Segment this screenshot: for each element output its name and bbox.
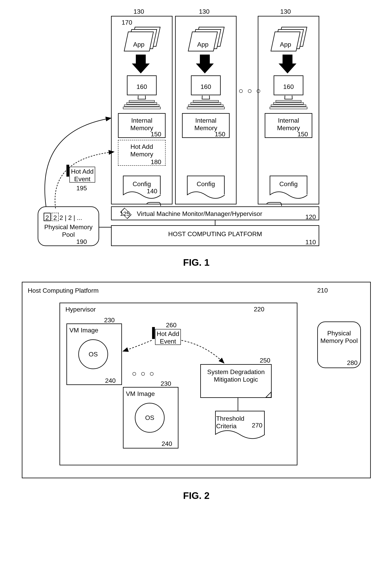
vm-ref: 130 bbox=[131, 8, 147, 15]
ellipsis-icon: ○○○ bbox=[238, 86, 265, 95]
threshold-ref: 270 bbox=[252, 422, 262, 429]
pool-block-rest: 2 | 2 | ... bbox=[59, 214, 93, 222]
vm-image-label: VM Image bbox=[69, 327, 119, 334]
hot-add-event-ref: 260 bbox=[166, 321, 177, 329]
hypervisor-label: Virtual Machine Monitor/Manager/Hypervis… bbox=[137, 210, 299, 218]
app-label: App bbox=[127, 41, 151, 48]
vm-image-ref: 230 bbox=[161, 380, 171, 387]
logic-label: System Degradation Mitigation Logic bbox=[202, 368, 270, 383]
config-label: Config bbox=[270, 180, 307, 188]
config-ref: 140 bbox=[147, 187, 157, 195]
computer-ref: 160 bbox=[275, 83, 302, 91]
pool-ref: 280 bbox=[347, 359, 358, 366]
event-tab-icon bbox=[67, 165, 69, 177]
os-ref: 240 bbox=[105, 377, 116, 384]
pool-ref: 190 bbox=[76, 238, 87, 246]
computer-icon: 160 bbox=[268, 75, 307, 111]
vm-ref: 130 bbox=[196, 8, 212, 15]
hypervisor-ref: 120 bbox=[305, 213, 316, 221]
hypervisor-ref: 220 bbox=[254, 306, 264, 313]
hot-add-event-ref: 195 bbox=[76, 185, 87, 192]
computer-icon: 160 bbox=[121, 75, 161, 111]
host-ref: 210 bbox=[317, 287, 328, 294]
logic-ref: 250 bbox=[260, 357, 270, 364]
internal-memory-ref: 150 bbox=[215, 130, 225, 138]
host-platform-label: HOST COMPUTING PLATFORM bbox=[111, 230, 319, 238]
hypervisor-label: Hypervisor bbox=[66, 306, 125, 313]
config-label: Config bbox=[187, 180, 225, 188]
internal-memory-ref: 150 bbox=[151, 130, 161, 138]
dog-ear-icon bbox=[265, 392, 271, 398]
computer-ref: 160 bbox=[128, 83, 156, 91]
pool-label: Physical Memory Pool bbox=[320, 329, 358, 345]
hot-add-event-label: Hot Add Event bbox=[70, 168, 95, 183]
host-platform-ref: 110 bbox=[305, 239, 316, 246]
os-ref: 240 bbox=[162, 440, 172, 447]
internal-memory-label: Internal Memory bbox=[121, 117, 163, 132]
ellipsis-icon: ○○○ bbox=[132, 369, 158, 378]
internal-memory-ref: 150 bbox=[297, 130, 308, 138]
internal-memory-label: Internal Memory bbox=[185, 117, 227, 132]
vm-image-label: VM Image bbox=[126, 390, 176, 398]
pool-label: Physical Memory Pool bbox=[40, 223, 97, 239]
hot-add-memory-ref: 180 bbox=[151, 158, 161, 166]
computer-icon: 160 bbox=[185, 75, 225, 111]
os-circle: OS bbox=[135, 403, 165, 433]
figure-2: Host Computing Platform 210 Hypervisor 2… bbox=[8, 280, 385, 498]
figure-caption: FIG. 1 bbox=[8, 257, 385, 268]
figure-1: 130 130 130 ○○○ 170 App 160 Internal Mem… bbox=[8, 8, 385, 256]
threshold-label: Threshold Criteria bbox=[216, 415, 250, 430]
hot-add-event-label: Hot Add Event bbox=[156, 330, 180, 345]
pool-block-value: 2 bbox=[52, 214, 58, 222]
app-ref: 170 bbox=[119, 19, 135, 26]
vm-ref: 130 bbox=[278, 8, 293, 15]
config-label: Config bbox=[123, 180, 161, 188]
os-circle: OS bbox=[78, 339, 108, 369]
hypervisor-inner-ref: 125 bbox=[120, 210, 130, 217]
figure-caption: FIG. 2 bbox=[8, 490, 385, 501]
app-label: App bbox=[274, 41, 297, 48]
hot-add-memory-label: Hot Add Memory bbox=[121, 143, 163, 158]
computer-ref: 160 bbox=[192, 83, 220, 91]
event-tab-icon bbox=[152, 327, 155, 339]
vm-image-ref: 230 bbox=[104, 316, 115, 324]
internal-memory-label: Internal Memory bbox=[268, 117, 309, 132]
host-label: Host Computing Platform bbox=[28, 287, 127, 294]
pool-block-value: 2 bbox=[44, 214, 50, 222]
app-label: App bbox=[191, 41, 215, 48]
